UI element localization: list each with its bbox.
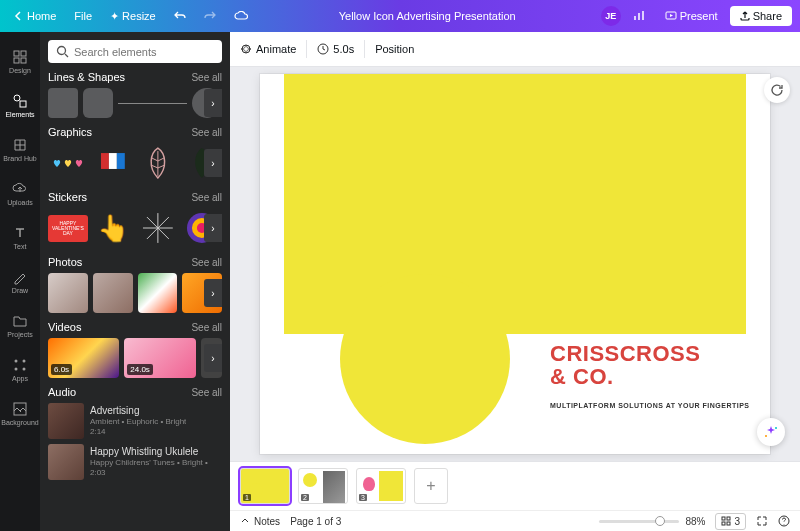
audio-item[interactable]: Happy Whistling Ukulele Happy Childrens'… bbox=[48, 444, 222, 480]
zoom-slider[interactable] bbox=[599, 520, 679, 523]
svg-rect-3 bbox=[14, 58, 19, 63]
draw-icon bbox=[12, 269, 28, 285]
see-all-shapes[interactable]: See all bbox=[191, 72, 222, 83]
section-shapes: Lines & ShapesSee all › bbox=[48, 71, 222, 118]
page-thumb-1[interactable]: 1 bbox=[240, 468, 290, 504]
canvas-area: Animate 5.0s Position CRISSCROSS & CO. M… bbox=[230, 32, 800, 531]
svg-rect-6 bbox=[20, 101, 26, 107]
graphics-next[interactable]: › bbox=[204, 149, 222, 177]
rail-uploads[interactable]: Uploads bbox=[0, 172, 40, 214]
sparkle-icon: ✦ bbox=[110, 10, 119, 23]
context-toolbar: Animate 5.0s Position bbox=[230, 32, 800, 67]
see-all-audio[interactable]: See all bbox=[191, 387, 222, 398]
home-button[interactable]: Home bbox=[8, 7, 62, 25]
rail-elements[interactable]: Elements bbox=[0, 84, 40, 126]
section-title: Stickers bbox=[48, 191, 87, 203]
design-icon bbox=[12, 49, 28, 65]
page-thumb-3[interactable]: 3 bbox=[356, 468, 406, 504]
present-button[interactable]: Present bbox=[659, 7, 724, 25]
rail-text[interactable]: Text bbox=[0, 216, 40, 258]
section-title: Lines & Shapes bbox=[48, 71, 125, 83]
audio-title: Happy Whistling Ukulele bbox=[90, 446, 208, 458]
grid-view-button[interactable]: 3 bbox=[715, 513, 746, 530]
audio-subtitle: Happy Childrens' Tunes • Bright • bbox=[90, 458, 208, 468]
see-all-videos[interactable]: See all bbox=[191, 322, 222, 333]
shapes-next[interactable]: › bbox=[204, 89, 222, 117]
shape-square[interactable] bbox=[48, 88, 78, 118]
photo-item[interactable] bbox=[48, 273, 88, 313]
svg-rect-14 bbox=[109, 153, 117, 169]
magic-button[interactable] bbox=[757, 418, 785, 446]
document-title[interactable]: Yellow Icon Advertising Presentation bbox=[260, 10, 595, 22]
photo-item[interactable] bbox=[138, 273, 178, 313]
fullscreen-button[interactable] bbox=[756, 515, 768, 527]
svg-rect-2 bbox=[21, 51, 26, 56]
rail-apps[interactable]: Apps bbox=[0, 348, 40, 390]
svg-rect-1 bbox=[14, 51, 19, 56]
refresh-button[interactable] bbox=[764, 77, 790, 103]
animate-icon bbox=[240, 43, 252, 55]
search-box[interactable] bbox=[48, 40, 222, 63]
rail-background[interactable]: Background bbox=[0, 392, 40, 434]
position-button[interactable]: Position bbox=[375, 43, 414, 55]
graphic-hearts[interactable] bbox=[48, 143, 88, 183]
status-bar: Notes Page 1 of 3 88% 3 bbox=[230, 510, 800, 531]
slide-title[interactable]: CRISSCROSS & CO. bbox=[550, 342, 700, 388]
redo-button[interactable] bbox=[198, 7, 222, 25]
shape-line[interactable] bbox=[118, 88, 187, 118]
section-title: Audio bbox=[48, 386, 76, 398]
stickers-next[interactable]: › bbox=[204, 214, 222, 242]
audio-item[interactable]: Advertising Ambient • Euphoric • Bright … bbox=[48, 403, 222, 439]
graphic-leaf[interactable] bbox=[138, 143, 178, 183]
page-thumb-2[interactable]: 2 bbox=[298, 468, 348, 504]
add-page-button[interactable]: + bbox=[414, 468, 448, 504]
rail-draw[interactable]: Draw bbox=[0, 260, 40, 302]
uploads-icon bbox=[12, 181, 28, 197]
yellow-circle[interactable] bbox=[340, 274, 510, 444]
sticker-hand[interactable]: 👆 bbox=[93, 208, 133, 248]
shape-rounded[interactable] bbox=[83, 88, 113, 118]
section-graphics: GraphicsSee all › bbox=[48, 126, 222, 183]
see-all-graphics[interactable]: See all bbox=[191, 127, 222, 138]
avatar[interactable]: JE bbox=[601, 6, 621, 26]
resize-button[interactable]: ✦ Resize bbox=[104, 7, 162, 26]
file-menu[interactable]: File bbox=[68, 7, 98, 25]
timer-button[interactable]: 5.0s bbox=[317, 43, 354, 55]
canvas-stage[interactable]: CRISSCROSS & CO. MULTIPLATFORM SOLUTIONS… bbox=[230, 67, 800, 461]
see-all-photos[interactable]: See all bbox=[191, 257, 222, 268]
yellow-rect[interactable] bbox=[284, 74, 746, 334]
audio-thumb bbox=[48, 403, 84, 439]
insights-button[interactable] bbox=[627, 7, 653, 25]
photos-next[interactable]: › bbox=[204, 279, 222, 307]
zoom-control[interactable]: 88% bbox=[599, 516, 705, 527]
sticker-sparkle[interactable] bbox=[138, 208, 178, 248]
sticker-valentine[interactable]: HAPPYVALENTINE'SDAY bbox=[48, 208, 88, 248]
video-item[interactable]: 6.0s bbox=[48, 338, 119, 378]
video-item[interactable]: 24.0s bbox=[124, 338, 195, 378]
photo-item[interactable] bbox=[93, 273, 133, 313]
zoom-thumb[interactable] bbox=[655, 516, 665, 526]
help-button[interactable] bbox=[778, 515, 790, 527]
svg-point-8 bbox=[23, 359, 26, 362]
slide[interactable]: CRISSCROSS & CO. MULTIPLATFORM SOLUTIONS… bbox=[260, 74, 770, 454]
undo-button[interactable] bbox=[168, 7, 192, 25]
see-all-stickers[interactable]: See all bbox=[191, 192, 222, 203]
graphic-flag[interactable] bbox=[93, 143, 133, 183]
search-input[interactable] bbox=[74, 46, 214, 58]
side-rail: Design Elements Brand Hub Uploads Text D… bbox=[0, 32, 40, 531]
cloud-sync-icon[interactable] bbox=[228, 8, 254, 24]
rail-projects[interactable]: Projects bbox=[0, 304, 40, 346]
videos-next[interactable]: › bbox=[204, 344, 222, 372]
animate-button[interactable]: Animate bbox=[240, 43, 296, 55]
rail-brand-hub[interactable]: Brand Hub bbox=[0, 128, 40, 170]
zoom-value: 88% bbox=[685, 516, 705, 527]
section-stickers: StickersSee all HAPPYVALENTINE'SDAY 👆 › bbox=[48, 191, 222, 248]
top-bar: Home File ✦ Resize Yellow Icon Advertisi… bbox=[0, 0, 800, 32]
projects-icon bbox=[12, 313, 28, 329]
slide-subtitle[interactable]: MULTIPLATFORM SOLUTIONS AT YOUR FINGERTI… bbox=[550, 402, 750, 409]
notes-button[interactable]: Notes bbox=[240, 516, 280, 527]
audio-thumb bbox=[48, 444, 84, 480]
share-button[interactable]: Share bbox=[730, 6, 792, 26]
rail-design[interactable]: Design bbox=[0, 40, 40, 82]
section-photos: PhotosSee all › bbox=[48, 256, 222, 313]
